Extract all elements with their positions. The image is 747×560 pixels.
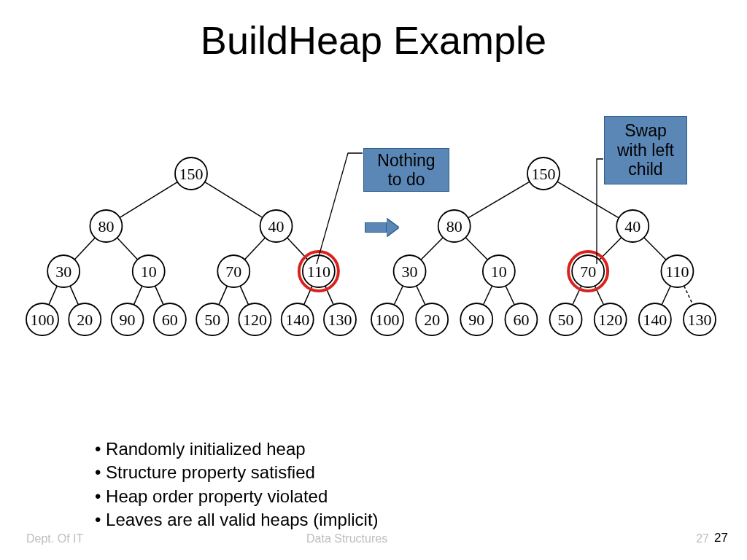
tree-node: 140 bbox=[639, 303, 671, 335]
tree-edge bbox=[465, 238, 487, 260]
tree-edge bbox=[662, 286, 670, 305]
tree-node: 100 bbox=[371, 303, 403, 335]
tree-node-label: 130 bbox=[688, 311, 712, 329]
tree-node-label: 120 bbox=[598, 311, 622, 329]
tree-node: 50 bbox=[550, 303, 582, 335]
footer-page-dark: 27 bbox=[714, 531, 728, 545]
tree-edge bbox=[49, 286, 57, 305]
tree-edge bbox=[120, 182, 177, 218]
tree-node-label: 150 bbox=[532, 165, 556, 183]
tree-node-label: 30 bbox=[402, 262, 418, 281]
tree-node: 130 bbox=[324, 303, 356, 335]
tree-left: 150804030107011010020906050120140130 bbox=[23, 153, 359, 343]
bullet-list: Randomly initialized heap Structure prop… bbox=[95, 438, 379, 532]
tree-node: 110 bbox=[303, 255, 335, 287]
tree-node: 110 bbox=[661, 255, 693, 287]
tree-node-label: 70 bbox=[580, 262, 596, 281]
tree-edge bbox=[70, 286, 78, 305]
tree-node-label: 140 bbox=[285, 311, 309, 329]
tree-node-label: 20 bbox=[77, 311, 93, 329]
tree-node-label: 60 bbox=[162, 311, 178, 329]
footer-dept: Dept. Of IT bbox=[26, 532, 83, 545]
tree-node-label: 10 bbox=[141, 262, 157, 281]
tree-edge bbox=[484, 286, 492, 305]
tree-edge bbox=[417, 286, 425, 305]
tree-node-label: 110 bbox=[307, 262, 330, 281]
tree-node: 30 bbox=[394, 255, 426, 287]
tree-edge bbox=[133, 286, 142, 305]
tree-node-label: 60 bbox=[513, 311, 529, 329]
tree-edge bbox=[155, 286, 163, 305]
tree-node-label: 130 bbox=[328, 311, 352, 329]
tree-node-label: 90 bbox=[120, 311, 136, 329]
tree-node: 20 bbox=[69, 303, 101, 335]
tree-node: 120 bbox=[239, 303, 271, 335]
tree-node-label: 70 bbox=[225, 262, 241, 281]
tree-node: 60 bbox=[505, 303, 537, 335]
tree-node: 50 bbox=[196, 303, 228, 335]
tree-edge bbox=[394, 286, 403, 305]
tree-node-label: 30 bbox=[55, 262, 71, 281]
tree-node: 100 bbox=[26, 303, 58, 335]
tree-node: 70 bbox=[217, 255, 249, 287]
tree-node: 60 bbox=[154, 303, 186, 335]
tree-edge bbox=[644, 238, 666, 260]
tree-edge bbox=[421, 238, 443, 260]
tree-node: 130 bbox=[684, 303, 716, 335]
tree-node: 10 bbox=[133, 255, 165, 287]
tree-node: 150 bbox=[175, 158, 207, 190]
tree-node-label: 140 bbox=[643, 311, 667, 329]
tree-node-label: 10 bbox=[491, 262, 507, 281]
tree-node: 90 bbox=[112, 303, 144, 335]
footer-mid: Data Structures bbox=[306, 532, 387, 545]
tree-node-label: 40 bbox=[268, 217, 285, 236]
tree-edge bbox=[74, 238, 95, 260]
tree-edge bbox=[244, 238, 265, 260]
bullet-item: Structure property satisfied bbox=[95, 461, 379, 484]
tree-edge bbox=[219, 286, 227, 305]
tree-node-label: 80 bbox=[446, 217, 462, 236]
tree-edge bbox=[117, 238, 137, 260]
tree-node: 120 bbox=[595, 303, 627, 335]
tree-node: 20 bbox=[416, 303, 448, 335]
tree-node: 90 bbox=[460, 303, 492, 335]
tree-node: 80 bbox=[438, 210, 471, 242]
tree-edge bbox=[506, 286, 514, 305]
tree-edge bbox=[240, 286, 248, 305]
bullet-item: Leaves are all valid heaps (implicit) bbox=[95, 508, 379, 532]
tree-node-label: 90 bbox=[468, 311, 484, 329]
bullet-item: Randomly initialized heap bbox=[95, 438, 379, 461]
bullet-item: Heap order property violated bbox=[95, 485, 379, 508]
tree-node-label: 110 bbox=[665, 262, 689, 281]
tree-node: 140 bbox=[282, 303, 314, 335]
tree-node-label: 150 bbox=[179, 165, 204, 183]
footer-page-grey: 27 bbox=[696, 532, 709, 545]
tree-node-label: 50 bbox=[204, 311, 220, 329]
tree-node: 10 bbox=[483, 255, 515, 287]
tree-edge bbox=[205, 182, 263, 218]
tree-edge bbox=[684, 286, 693, 305]
tree-node: 40 bbox=[260, 210, 293, 242]
tree-node-label: 100 bbox=[31, 311, 55, 329]
tree-node-label: 100 bbox=[376, 311, 400, 329]
tree-node: 80 bbox=[90, 210, 122, 242]
tree-node-label: 80 bbox=[98, 217, 114, 236]
tree-node: 30 bbox=[47, 255, 80, 287]
tree-node-label: 20 bbox=[424, 311, 440, 329]
tree-node: 70 bbox=[572, 255, 604, 287]
tree-node-label: 50 bbox=[558, 311, 574, 329]
tree-node-label: 120 bbox=[243, 311, 267, 329]
tree-edge bbox=[468, 182, 530, 218]
tree-edge bbox=[557, 182, 619, 218]
tree-right: 150804030107011010020906050120140130 bbox=[368, 153, 719, 343]
tree-node-label: 40 bbox=[624, 217, 640, 236]
tree-node: 150 bbox=[527, 158, 560, 190]
page-title: BuildHeap Example bbox=[0, 18, 747, 63]
tree-node: 40 bbox=[616, 210, 649, 242]
